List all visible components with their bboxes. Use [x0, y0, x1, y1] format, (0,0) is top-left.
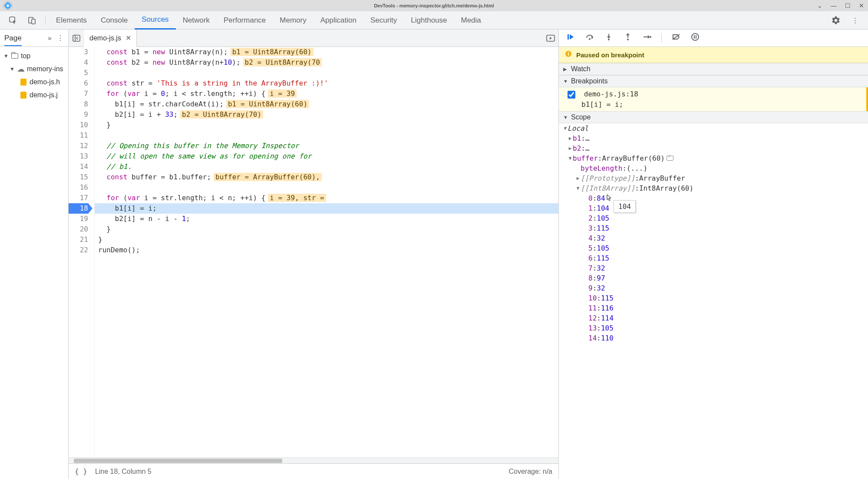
array-entry[interactable]: 13: 105 — [559, 323, 868, 333]
code-editor[interactable]: 345678910111213141516171819202122 const … — [69, 47, 558, 457]
code-line[interactable]: } — [95, 224, 558, 235]
chevron-down-icon[interactable]: ⌄ — [817, 3, 823, 9]
code-line[interactable] — [95, 130, 558, 141]
code-line[interactable]: runDemo(); — [95, 245, 558, 255]
watch-section[interactable]: ▶Watch — [559, 63, 868, 75]
close-button[interactable]: ✕ — [858, 3, 865, 9]
array-entry[interactable]: 4: 32 — [559, 233, 868, 243]
code-line[interactable]: const buffer = b1.buffer;buffer = ArrayB… — [95, 172, 558, 182]
deactivate-breakpoints-button[interactable] — [671, 33, 681, 43]
array-entry[interactable]: 11: 116 — [559, 303, 868, 313]
breakpoint-checkbox[interactable] — [568, 91, 575, 99]
tab-lighthouse[interactable]: Lighthouse — [404, 11, 454, 30]
inline-value: i = 39 — [268, 89, 297, 98]
tree-domain[interactable]: ▼ ☁ memory-ins — [0, 63, 68, 76]
array-entry[interactable]: 5: 105 — [559, 243, 868, 253]
code-line[interactable]: const str = 'This is a string in the Arr… — [95, 78, 558, 89]
code-line[interactable]: // b1. — [95, 162, 558, 172]
array-entry[interactable]: 9: 32 — [559, 283, 868, 293]
array-entry[interactable]: 8: 97 — [559, 273, 868, 283]
maximize-button[interactable]: ☐ — [845, 3, 851, 9]
pause-on-exceptions-button[interactable] — [690, 33, 700, 43]
inline-value: b2 = Uint8Array(70 — [243, 58, 322, 66]
tree-file[interactable]: demo-js.j — [0, 89, 68, 102]
tab-console[interactable]: Console — [94, 11, 135, 30]
scope-int8array[interactable]: ▼[[Int8Array]]: Int8Array(60) — [559, 183, 868, 193]
code-line[interactable]: for (var i = str.length; i < n; ++i) {i … — [95, 193, 558, 203]
device-toggle-icon[interactable] — [27, 15, 37, 26]
svg-point-15 — [692, 33, 699, 40]
code-line[interactable]: b1[i] = i; — [95, 203, 558, 214]
scope-var-b2[interactable]: ▶b2: … — [559, 143, 868, 153]
code-line[interactable]: } — [95, 120, 558, 130]
array-entry[interactable]: 10: 115 — [559, 293, 868, 303]
tree-file[interactable]: demo-js.h — [0, 76, 68, 89]
code-body[interactable]: const b1 = new Uint8Array(n);b1 = Uint8A… — [95, 47, 558, 457]
info-icon — [565, 50, 572, 59]
code-line[interactable]: b2[i] = n - i - 1; — [95, 214, 558, 224]
navigator-header: Page » ⋮ — [0, 30, 68, 47]
scope-local[interactable]: ▼Local — [559, 123, 868, 133]
code-line[interactable]: // will open the same view as for openin… — [95, 151, 558, 162]
step-over-button[interactable] — [585, 33, 594, 43]
code-line[interactable]: const b1 = new Uint8Array(n);b1 = Uint8A… — [95, 47, 558, 57]
array-entry[interactable]: 2: 105 — [559, 213, 868, 223]
minimize-button[interactable]: — — [831, 3, 837, 9]
svg-rect-2 — [32, 19, 35, 24]
code-line[interactable]: const b2 = new Uint8Array(n+10);b2 = Uin… — [95, 57, 558, 68]
scope-var-buffer[interactable]: ▼buffer: ArrayBuffer(60) — [559, 153, 868, 163]
code-line[interactable] — [95, 182, 558, 193]
tab-security[interactable]: Security — [363, 11, 404, 30]
array-entry[interactable]: 3: 115 — [559, 223, 868, 233]
array-entry[interactable]: 0: 84 — [559, 193, 868, 203]
array-entry[interactable]: 1: 104 — [559, 203, 868, 213]
scope-var-b1[interactable]: ▶b1: … — [559, 133, 868, 143]
tree-top[interactable]: ▼ top — [0, 50, 68, 63]
step-out-button[interactable] — [623, 33, 633, 43]
code-line[interactable]: } — [95, 235, 558, 245]
tab-sources[interactable]: Sources — [135, 11, 175, 30]
page-tab[interactable]: Page — [4, 34, 22, 46]
array-entry[interactable]: 6: 115 — [559, 253, 868, 263]
file-tab-active[interactable]: demo-js.js ✕ — [84, 30, 137, 47]
scope-section[interactable]: ▼Scope — [559, 111, 868, 123]
tab-media[interactable]: Media — [454, 11, 488, 30]
array-entry[interactable]: 12: 114 — [559, 313, 868, 323]
memory-inspector-icon[interactable] — [667, 155, 673, 161]
line-gutter[interactable]: 345678910111213141516171819202122 — [69, 47, 95, 457]
kebab-icon[interactable]: ⋮ — [57, 34, 64, 42]
tab-memory[interactable]: Memory — [273, 11, 313, 30]
section-label: Watch — [571, 65, 591, 73]
scope-bytelength[interactable]: byteLength: (...) — [559, 163, 868, 173]
step-into-button[interactable] — [604, 33, 614, 43]
breakpoint-item[interactable]: demo-js.js:18 b1[i] = i; — [559, 87, 868, 111]
code-line[interactable]: b2[i] = i + 33;b2 = Uint8Array(70) — [95, 109, 558, 120]
code-line[interactable]: // Opening this buffer in the Memory Ins… — [95, 141, 558, 151]
resume-button[interactable] — [566, 33, 575, 43]
paused-message: Paused on breakpoint — [576, 51, 644, 59]
array-entry[interactable]: 7: 32 — [559, 263, 868, 273]
close-icon[interactable]: ✕ — [125, 34, 131, 42]
gear-icon[interactable] — [831, 15, 841, 26]
code-line[interactable]: for (var i = 0; i < str.length; ++i) {i … — [95, 89, 558, 99]
editor-pane: demo-js.js ✕ 345678910111213141516171819… — [69, 30, 559, 479]
svg-rect-17 — [696, 35, 696, 39]
run-snippet-icon[interactable] — [543, 35, 558, 42]
more-tabs-icon[interactable]: » — [48, 34, 52, 42]
code-line[interactable] — [95, 68, 558, 78]
toggle-navigator-icon[interactable] — [69, 35, 84, 42]
pretty-print-icon[interactable]: { } — [75, 467, 87, 476]
scope-prototype[interactable]: ▶[[Prototype]]: ArrayBuffer — [559, 173, 868, 183]
more-icon[interactable]: ⋮ — [850, 15, 860, 26]
tab-network[interactable]: Network — [176, 11, 217, 30]
array-entry[interactable]: 14: 110 — [559, 333, 868, 343]
value-tooltip: 104 — [614, 200, 636, 213]
breakpoints-section[interactable]: ▼Breakpoints — [559, 75, 868, 87]
tab-application[interactable]: Application — [314, 11, 363, 30]
inspect-icon[interactable] — [8, 15, 18, 26]
horizontal-scrollbar[interactable] — [69, 457, 558, 463]
tab-performance[interactable]: Performance — [217, 11, 273, 30]
code-line[interactable]: b1[i] = str.charCodeAt(i);b1 = Uint8Arra… — [95, 99, 558, 109]
tab-elements[interactable]: Elements — [49, 11, 94, 30]
step-button[interactable] — [642, 33, 652, 43]
